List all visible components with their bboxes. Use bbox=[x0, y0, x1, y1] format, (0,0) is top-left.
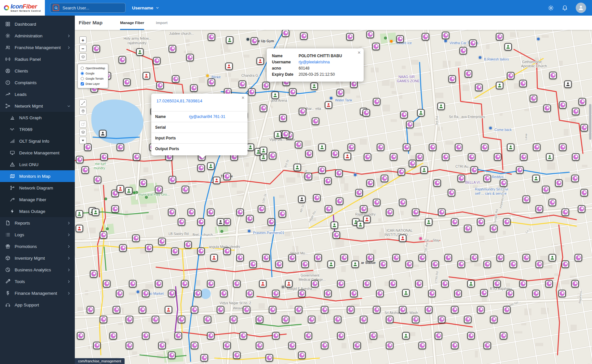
map-marker-monitor[interactable] bbox=[389, 280, 397, 288]
map-marker-monitor[interactable] bbox=[169, 176, 176, 184]
search-input[interactable] bbox=[62, 5, 118, 11]
map-marker-monitor[interactable] bbox=[116, 290, 124, 297]
map-marker-monitor[interactable] bbox=[248, 88, 256, 96]
map-marker-monitor[interactable] bbox=[510, 261, 517, 268]
map-marker-monitor[interactable] bbox=[331, 150, 339, 158]
sidebar-item-network-diagram[interactable]: Network Diagram bbox=[0, 182, 75, 194]
sidebar-item-finance-management[interactable]: Finance Management bbox=[0, 287, 75, 299]
map-marker-monitor[interactable] bbox=[468, 153, 476, 161]
map-marker-monitor[interactable] bbox=[305, 150, 313, 158]
map-marker-monitor[interactable] bbox=[523, 254, 530, 262]
sidebar-item-administration[interactable]: Administration bbox=[0, 30, 75, 42]
zoom-out-button[interactable]: − bbox=[79, 45, 87, 52]
map-marker-monitor[interactable] bbox=[272, 332, 280, 340]
map-marker-monitor[interactable] bbox=[158, 238, 166, 245]
map-marker-monitor[interactable] bbox=[186, 54, 194, 61]
map-marker-monitor[interactable] bbox=[372, 43, 380, 50]
map-marker-monitor[interactable] bbox=[519, 80, 527, 87]
map-marker-monitor[interactable] bbox=[191, 306, 198, 314]
map-marker-monitor[interactable] bbox=[409, 160, 416, 167]
map-marker-monitor[interactable] bbox=[503, 306, 511, 314]
map-marker-monitor[interactable] bbox=[256, 342, 263, 349]
map-marker-monitor[interactable] bbox=[236, 209, 244, 216]
map-marker-monitor[interactable] bbox=[269, 152, 276, 160]
map-marker-monitor[interactable] bbox=[484, 175, 491, 182]
map-marker-monitor[interactable] bbox=[158, 342, 166, 349]
map-marker-monitor[interactable] bbox=[449, 75, 456, 83]
map-marker-monitor[interactable] bbox=[318, 166, 326, 174]
map-marker-monitor[interactable] bbox=[471, 166, 478, 174]
map-marker-monitor[interactable] bbox=[308, 316, 316, 323]
map-marker-monitor[interactable] bbox=[412, 316, 420, 323]
map-marker-monitor[interactable] bbox=[101, 153, 108, 161]
avatar[interactable] bbox=[576, 3, 586, 13]
layer-option-draw-layer[interactable]: Draw Layer bbox=[81, 82, 105, 85]
map-marker-monitor[interactable] bbox=[182, 186, 189, 193]
map-marker-monitor[interactable] bbox=[233, 352, 241, 359]
map-marker-monitor[interactable] bbox=[337, 332, 345, 340]
map-marker-monitor[interactable] bbox=[126, 342, 133, 349]
map-marker-monitor[interactable] bbox=[337, 89, 344, 97]
sidebar-item-tr069[interactable]: TR069 bbox=[0, 124, 75, 135]
map-marker-monitor[interactable] bbox=[422, 33, 429, 41]
map-marker-person[interactable] bbox=[564, 81, 572, 88]
map-marker-person[interactable] bbox=[402, 332, 410, 340]
map-marker-monitor[interactable] bbox=[390, 153, 397, 161]
layer-option-openstreetmap[interactable]: OpenStreetMap bbox=[81, 67, 105, 70]
map-marker-monitor[interactable] bbox=[156, 82, 164, 89]
map-marker-monitor[interactable] bbox=[416, 153, 424, 161]
map-marker-monitor[interactable] bbox=[312, 118, 319, 125]
sidebar-item-dashboard[interactable]: Dashboard bbox=[0, 18, 75, 30]
map-marker-person[interactable] bbox=[425, 218, 433, 226]
sidebar-item-nas-graph[interactable]: NAS Graph bbox=[0, 112, 75, 124]
map-marker-monitor[interactable] bbox=[494, 153, 502, 161]
map-marker-monitor[interactable] bbox=[536, 205, 543, 213]
map-marker-monitor[interactable] bbox=[532, 290, 540, 297]
username-dropdown[interactable]: Username bbox=[132, 6, 159, 10]
map-marker-monitor[interactable] bbox=[399, 306, 407, 314]
map-marker-monitor[interactable] bbox=[549, 72, 557, 79]
map-marker-person[interactable] bbox=[363, 216, 371, 223]
baselayer-radio[interactable] bbox=[81, 72, 84, 75]
map-marker-monitor[interactable] bbox=[207, 209, 215, 216]
map-marker-monitor[interactable] bbox=[302, 261, 309, 268]
map-marker-person[interactable] bbox=[210, 254, 218, 262]
map-marker-monitor[interactable] bbox=[367, 31, 374, 38]
map-marker-monitor[interactable] bbox=[321, 342, 329, 349]
map-marker-monitor[interactable] bbox=[448, 189, 455, 197]
map-marker-person[interactable] bbox=[92, 209, 100, 216]
map-marker-monitor[interactable] bbox=[412, 209, 420, 216]
map-marker-monitor[interactable] bbox=[354, 342, 361, 349]
map-marker-monitor[interactable] bbox=[279, 210, 286, 218]
map-marker-person[interactable] bbox=[272, 92, 279, 99]
map-marker-monitor[interactable] bbox=[132, 235, 140, 242]
map-marker-monitor[interactable] bbox=[204, 316, 211, 323]
map-marker-monitor[interactable] bbox=[289, 254, 296, 262]
map-marker-monitor[interactable] bbox=[400, 111, 408, 119]
map-marker-monitor[interactable] bbox=[572, 175, 579, 182]
sidebar-item-promotions[interactable]: Promotions bbox=[0, 240, 75, 252]
map-marker-monitor[interactable] bbox=[113, 306, 120, 314]
map-marker-monitor[interactable] bbox=[549, 199, 556, 206]
map-marker-monitor[interactable] bbox=[299, 108, 306, 115]
map-marker-monitor[interactable] bbox=[465, 70, 472, 78]
map-marker-monitor[interactable] bbox=[305, 332, 312, 340]
map-marker-person[interactable] bbox=[117, 185, 124, 193]
map-marker-monitor[interactable] bbox=[239, 81, 246, 88]
map-marker-monitor[interactable] bbox=[575, 254, 582, 262]
map-marker-monitor[interactable] bbox=[103, 280, 111, 288]
map-marker-person[interactable] bbox=[331, 222, 338, 229]
map-marker-monitor[interactable] bbox=[243, 306, 250, 314]
map-marker-monitor[interactable] bbox=[347, 306, 355, 314]
map-marker-person[interactable] bbox=[213, 177, 221, 184]
map-marker-monitor[interactable] bbox=[455, 144, 463, 151]
map-marker-monitor[interactable] bbox=[493, 280, 501, 288]
map-marker-monitor[interactable] bbox=[360, 205, 368, 213]
map-marker-monitor[interactable] bbox=[399, 199, 407, 206]
close-icon[interactable]: ✕ bbox=[357, 50, 361, 55]
map-marker-monitor[interactable] bbox=[464, 316, 472, 323]
map-marker-monitor[interactable] bbox=[311, 280, 319, 288]
map-marker-monitor[interactable] bbox=[119, 56, 126, 64]
map-marker-monitor[interactable] bbox=[217, 306, 224, 314]
baselayer-radio[interactable] bbox=[81, 77, 84, 80]
